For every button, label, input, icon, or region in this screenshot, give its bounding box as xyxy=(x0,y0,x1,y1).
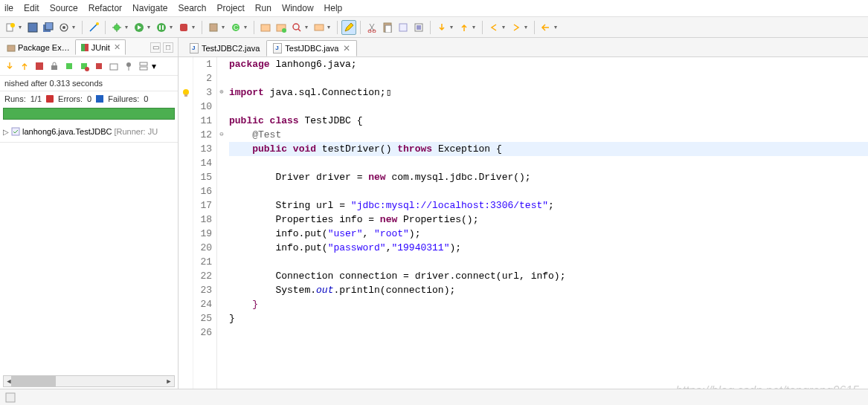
perspective-icon[interactable] xyxy=(57,20,71,35)
svg-rect-30 xyxy=(81,44,85,51)
fold-gutter[interactable]: ⊕⊖ xyxy=(217,57,226,405)
test-pass-icon xyxy=(11,127,20,136)
menu-window[interactable]: Window xyxy=(282,3,314,13)
menu-file[interactable]: ile xyxy=(4,3,13,13)
maximize-icon[interactable]: □ xyxy=(163,42,173,53)
minimize-icon[interactable]: ▭ xyxy=(150,42,161,53)
svg-rect-13 xyxy=(180,24,187,31)
dropdown-icon[interactable]: ▾ xyxy=(450,24,456,30)
back-history-icon[interactable] xyxy=(539,20,553,35)
toggle-mark-icon[interactable] xyxy=(396,20,411,35)
dropdown-icon[interactable]: ▾ xyxy=(125,24,131,30)
tab-label: TestJDBC2.java xyxy=(202,44,260,53)
junit-tree[interactable]: ▷ lanhong6.java.TestJDBC [Runner: JU xyxy=(0,121,178,143)
scroll-right-icon[interactable]: ► xyxy=(164,376,174,386)
save-icon[interactable] xyxy=(25,20,40,35)
horizontal-scrollbar[interactable]: ◄ ► xyxy=(3,375,175,387)
menu-source[interactable]: Source xyxy=(50,3,78,13)
search-icon[interactable] xyxy=(289,20,304,35)
svg-rect-41 xyxy=(140,67,147,70)
menu-edit[interactable]: Edit xyxy=(24,3,39,13)
open-task-icon[interactable] xyxy=(274,20,289,35)
svg-point-10 xyxy=(157,23,166,32)
progress-bar xyxy=(3,108,175,120)
pen-icon[interactable] xyxy=(341,20,356,35)
svg-text:C: C xyxy=(234,24,239,31)
rerun-failed-icon[interactable] xyxy=(77,59,91,73)
cut-icon[interactable] xyxy=(364,20,379,35)
editor-tab-testjdbc[interactable]: TestJDBC.java ✕ xyxy=(266,40,357,56)
show-failures-icon[interactable] xyxy=(33,59,46,73)
prev-failure-icon[interactable] xyxy=(18,59,31,73)
scroll-lock-icon[interactable] xyxy=(48,59,61,73)
dropdown-icon[interactable]: ▾ xyxy=(327,24,333,30)
dropdown-icon[interactable]: ▾ xyxy=(152,61,156,71)
svg-rect-33 xyxy=(51,65,57,70)
menu-run[interactable]: Run xyxy=(255,3,271,13)
svg-point-1 xyxy=(10,23,15,27)
coverage-icon[interactable] xyxy=(154,20,169,35)
tab-junit[interactable]: JUnit ✕ xyxy=(75,39,126,55)
test-tree-item[interactable]: ▷ lanhong6.java.TestJDBC [Runner: JU xyxy=(3,126,175,137)
junit-counts: Runs: 1/1 Errors: 0 Failures: 0 xyxy=(0,91,178,106)
forward-icon[interactable] xyxy=(509,20,524,35)
run-icon[interactable] xyxy=(132,20,147,35)
debug-icon[interactable] xyxy=(109,20,124,35)
dropdown-icon[interactable]: ▾ xyxy=(19,24,25,30)
dropdown-icon[interactable]: ▾ xyxy=(72,24,78,30)
menu-help[interactable]: Help xyxy=(324,3,343,13)
code-editor[interactable]: 1231011121314151617181920212223242526 ⊕⊖… xyxy=(179,57,868,405)
expand-icon[interactable]: ▷ xyxy=(3,128,9,136)
dropdown-icon[interactable]: ▾ xyxy=(524,24,530,30)
external-tools-icon[interactable] xyxy=(176,20,191,35)
new-icon[interactable] xyxy=(3,20,18,35)
rerun-icon[interactable] xyxy=(62,59,76,73)
toggle-block-icon[interactable] xyxy=(411,20,426,35)
svg-rect-37 xyxy=(96,63,102,69)
stop-icon[interactable] xyxy=(92,59,106,73)
svg-rect-34 xyxy=(66,63,72,69)
dropdown-icon[interactable]: ▾ xyxy=(222,24,228,30)
prev-annotation-icon[interactable] xyxy=(457,20,472,35)
tab-package-explorer[interactable]: Package Ex… xyxy=(1,40,75,55)
dropdown-icon[interactable]: ▾ xyxy=(244,24,250,30)
save-all-icon[interactable] xyxy=(41,20,56,35)
paste-icon[interactable] xyxy=(380,20,395,35)
menu-search[interactable]: Search xyxy=(178,3,206,13)
wand-icon[interactable] xyxy=(86,20,101,35)
tab-label: Package Ex… xyxy=(18,43,70,52)
editor-tab-testjdbc2[interactable]: TestJDBC2.java xyxy=(183,40,266,56)
statusbar xyxy=(0,389,868,405)
svg-point-19 xyxy=(282,28,286,33)
close-icon[interactable]: ✕ xyxy=(343,43,350,54)
dropdown-icon[interactable]: ▾ xyxy=(472,24,478,30)
close-icon[interactable]: ✕ xyxy=(114,42,120,52)
scroll-thumb[interactable] xyxy=(11,376,56,386)
next-annotation-icon[interactable] xyxy=(434,20,449,35)
svg-rect-31 xyxy=(85,44,89,51)
dropdown-icon[interactable]: ▾ xyxy=(502,24,508,30)
tree-item-label: lanhong6.java.TestJDBC xyxy=(22,127,112,136)
menu-project[interactable]: Project xyxy=(217,3,245,13)
dropdown-icon[interactable]: ▾ xyxy=(305,24,311,30)
left-panel: Package Ex… JUnit ✕ ▭ □ ▾ nis xyxy=(0,38,179,405)
failures-value: 0 xyxy=(144,94,148,103)
back-icon[interactable] xyxy=(486,20,501,35)
pin-icon[interactable] xyxy=(122,59,135,73)
dropdown-icon[interactable]: ▾ xyxy=(170,24,176,30)
menu-navigate[interactable]: Navigate xyxy=(132,3,167,13)
open-type-icon[interactable] xyxy=(258,20,273,35)
annotation-icon[interactable] xyxy=(312,20,327,35)
code-content[interactable]: package lanhong6.java;import java.sql.Co… xyxy=(226,57,868,405)
dropdown-icon[interactable]: ▾ xyxy=(192,24,198,30)
menu-refactor[interactable]: Refactor xyxy=(89,3,122,13)
history-icon[interactable] xyxy=(107,59,120,73)
next-failure-icon[interactable] xyxy=(3,59,16,73)
dropdown-icon[interactable]: ▾ xyxy=(147,24,153,30)
new-package-icon[interactable] xyxy=(206,20,221,35)
new-class-icon[interactable]: C xyxy=(228,20,243,35)
marker-gutter xyxy=(179,57,193,405)
svg-point-7 xyxy=(96,22,99,25)
layout-icon[interactable] xyxy=(137,59,150,73)
dropdown-icon[interactable]: ▾ xyxy=(554,24,560,30)
